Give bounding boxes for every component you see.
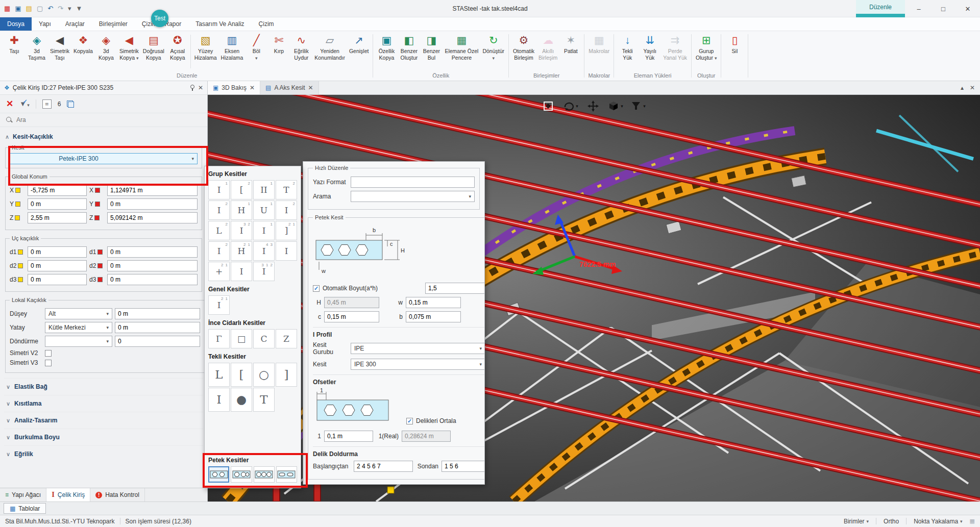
qa-dropdown-icon[interactable]: ▾ xyxy=(68,5,71,12)
section-type-cell[interactable]: ● xyxy=(231,388,252,412)
filter-view-button[interactable]: ▾ xyxy=(628,97,648,115)
ribbon-button[interactable]: ⚙ Otomatik Birleşim xyxy=(511,32,536,72)
ribbon-button[interactable]: ❖ Kopyala xyxy=(71,32,95,72)
ribbon-button[interactable]: ⊞ Gurup Oluştur ▾ xyxy=(694,32,719,72)
panel-tab[interactable]: ≡ Yapı Ağacı xyxy=(0,488,46,501)
pin-icon[interactable] xyxy=(189,85,195,91)
panel-tab[interactable]: ! Hata Kontrol xyxy=(90,488,145,501)
ribbon-button[interactable]: ◀ Simetrik Taşı xyxy=(48,32,71,72)
baslangictan-input[interactable] xyxy=(354,461,413,472)
selection-handle[interactable] xyxy=(387,487,394,493)
ribbon-button[interactable]: ▦ Makrolar xyxy=(586,32,611,72)
copy-properties-icon[interactable] xyxy=(67,101,74,108)
app-logo-icon[interactable]: ▦ xyxy=(4,5,10,12)
collapsed-section-header[interactable]: ∨ Burkulma Boyu xyxy=(4,429,203,445)
symmetry-checkbox[interactable] xyxy=(45,350,52,357)
petek-section-cell[interactable] xyxy=(276,466,297,483)
petek-section-cell[interactable] xyxy=(231,466,252,483)
dimension-input[interactable] xyxy=(324,311,379,322)
ribbon-button[interactable]: ✪ Açısal Kopya xyxy=(166,32,189,72)
ribbon-button[interactable]: ◈ 3d Taşıma xyxy=(26,32,48,72)
coordinate-input[interactable] xyxy=(107,185,198,196)
ribbon-button[interactable]: ⇊ Yayılı Yük xyxy=(639,32,661,72)
section-kesit-kacriklik[interactable]: ∧ Kesit-Kaçıklık xyxy=(4,129,203,143)
section-type-cell[interactable]: 4 3 I xyxy=(253,241,275,261)
ribbon-button[interactable]: ▧ Yüzey Hizalama xyxy=(192,32,219,72)
ribbon-button[interactable]: ↗ Genişlet xyxy=(347,32,371,72)
clear-icon[interactable]: ✕ xyxy=(6,98,13,109)
section-type-cell[interactable]: ○ xyxy=(253,363,275,387)
ribbon-button[interactable]: ✄ Kırp xyxy=(267,32,290,72)
section-type-cell[interactable]: 2 1 ] xyxy=(276,221,297,240)
kesit-combobox[interactable]: Petek-IPE 300 ▾ xyxy=(10,153,198,164)
minimize-button[interactable]: – xyxy=(906,0,931,17)
collapsed-section-header[interactable]: ∨ Elastik Bağ xyxy=(4,378,203,395)
ribbon-button[interactable]: ✚ Taşı xyxy=(3,32,26,72)
panel-close-icon[interactable]: ✕ xyxy=(198,84,203,91)
section-type-cell[interactable]: 2 I xyxy=(208,241,230,261)
new-file-icon[interactable]: ▢ xyxy=(37,5,43,12)
viewport-tab[interactable]: ▣ 3D Bakış ✕ xyxy=(208,81,260,94)
dimension-input[interactable] xyxy=(406,311,461,322)
section-type-cell[interactable]: 2 [ xyxy=(231,180,252,199)
view-cube-button[interactable]: ▾ xyxy=(606,97,625,115)
otomatik-boyut-checkbox[interactable]: ✓ xyxy=(313,285,320,292)
local-offset-input[interactable] xyxy=(115,322,200,333)
section-type-cell[interactable]: C xyxy=(253,329,275,348)
save-icon[interactable]: ▣ xyxy=(15,5,21,12)
maximize-button[interactable]: □ xyxy=(931,0,955,17)
ribbon-button[interactable]: ◀ Simetrik Kopya ▾ xyxy=(117,32,141,72)
section-type-cell[interactable]: 2 1 H xyxy=(231,241,252,261)
ribbon-button[interactable]: ╱ Böl ▾ xyxy=(245,32,267,72)
petek-section-cell[interactable] xyxy=(254,466,275,483)
collapsed-section-header[interactable]: ∨ Analiz-Tasarım xyxy=(4,412,203,429)
coordinate-input[interactable] xyxy=(28,198,87,210)
ribbon-button[interactable]: ▯ Sil xyxy=(723,32,746,72)
ribbon-button[interactable]: ▤ Doğrusal Kopya xyxy=(141,32,166,72)
section-type-cell[interactable]: 1 II xyxy=(253,180,275,199)
section-type-cell[interactable]: 3 1 2 I xyxy=(253,262,275,281)
ribbon-tab[interactable]: Araçlar xyxy=(58,17,92,31)
section-type-cell[interactable]: I xyxy=(276,241,297,261)
delikleri-ortala-checkbox[interactable]: ✓ xyxy=(406,418,413,424)
section-type-cell[interactable]: I xyxy=(208,388,230,412)
offset-input[interactable] xyxy=(28,274,87,285)
local-offset-input[interactable] xyxy=(115,336,200,347)
search-combobox[interactable]: ▾ xyxy=(351,191,475,202)
coordinate-input[interactable] xyxy=(107,198,198,210)
section-type-cell[interactable]: 2 T xyxy=(276,180,297,199)
ortho-toggle[interactable]: Ortho xyxy=(884,518,899,525)
undo-icon[interactable]: ↶ xyxy=(47,5,53,12)
qa-pin-icon[interactable]: ▼ xyxy=(76,5,83,12)
contextual-tab-duzenle[interactable]: Düzenle xyxy=(856,0,905,14)
snap-button[interactable]: Nokta Yakalama ▾ xyxy=(914,518,962,525)
ribbon-button[interactable]: ▥ Eksen Hizalama xyxy=(219,32,246,72)
kesit-gurubu-combobox[interactable]: IPE ▾ xyxy=(351,343,485,354)
coordinate-input[interactable] xyxy=(28,185,87,196)
ribbon-button[interactable]: ☁ Akıllı Birleşim xyxy=(536,32,559,72)
dimension-input[interactable] xyxy=(406,297,461,308)
close-button[interactable]: ✕ xyxy=(955,0,980,17)
section-type-cell[interactable]: 2 I xyxy=(208,200,230,220)
section-type-cell[interactable]: 2 I xyxy=(276,200,297,220)
section-type-cell[interactable]: Γ xyxy=(208,329,230,348)
dimension-input[interactable] xyxy=(324,297,379,308)
ribbon-tab[interactable]: Dosya xyxy=(0,17,32,31)
section-type-cell[interactable]: [ xyxy=(231,363,252,387)
section-type-cell[interactable]: 2 1 + xyxy=(208,262,230,281)
viewport-tab[interactable]: ▤ A Aks Kesit ✕ xyxy=(260,81,318,94)
open-folder-icon[interactable]: ▤ xyxy=(26,5,32,12)
zoom-extents-button[interactable] xyxy=(538,97,558,115)
orbit-button[interactable]: ▾ xyxy=(561,97,580,115)
ribbon-button[interactable] xyxy=(190,35,191,68)
filter-icon[interactable]: ▼ ✓ ▾ xyxy=(19,100,29,108)
sondan-input[interactable] xyxy=(442,461,485,472)
section-type-cell[interactable]: Z xyxy=(276,329,297,348)
panel-tab[interactable]: I Çelik Kiriş xyxy=(46,488,90,501)
local-offset-combobox[interactable]: Alt ▾ xyxy=(45,308,112,319)
search-input[interactable] xyxy=(16,116,149,123)
ribbon-tab[interactable]: Tasarım Ve Analiz xyxy=(188,17,251,31)
section-type-cell[interactable]: 1 U xyxy=(253,200,275,220)
section-type-cell[interactable]: I xyxy=(231,262,252,281)
local-offset-input[interactable] xyxy=(115,308,200,319)
